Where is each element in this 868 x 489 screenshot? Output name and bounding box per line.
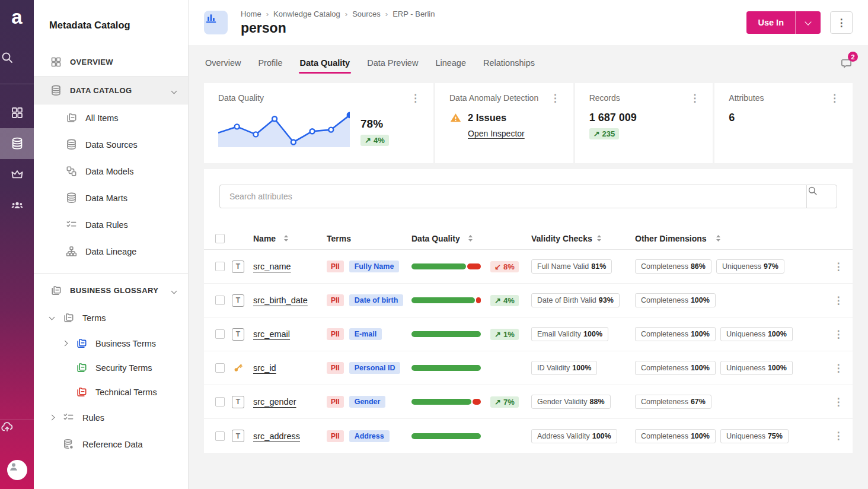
use-in-dropdown-button[interactable] <box>795 11 821 34</box>
card-kebab-icon[interactable]: ⋮ <box>408 93 423 103</box>
attribute-name-link[interactable]: src_gender <box>253 397 296 407</box>
tab-data-quality[interactable]: Data Quality <box>299 55 352 74</box>
tab-relationships[interactable]: Relationships <box>482 55 536 74</box>
chevron-right-icon[interactable] <box>50 415 62 420</box>
rail-search-button[interactable] <box>0 50 34 81</box>
search-icon <box>0 50 34 81</box>
sort-icon[interactable] <box>468 234 473 242</box>
row-kebab-icon[interactable]: ⋮ <box>834 431 844 441</box>
rail-grid-button[interactable] <box>0 97 34 128</box>
data-lineage-icon <box>65 245 78 258</box>
sort-icon[interactable] <box>283 234 289 242</box>
tab-data-preview[interactable]: Data Preview <box>366 55 419 74</box>
tab-profile[interactable]: Profile <box>257 55 283 74</box>
column-header-other-dimensions[interactable]: Other Dimensions <box>635 234 824 243</box>
card-kebab-icon[interactable]: ⋮ <box>687 93 702 103</box>
table-row: Tsrc_genderPIIGender↗7%Gender Validity88… <box>204 385 853 419</box>
select-all-checkbox[interactable] <box>215 234 225 243</box>
sort-icon[interactable] <box>596 234 602 242</box>
open-inspector-link[interactable]: Open Inspector <box>468 129 525 138</box>
search-input[interactable] <box>219 185 806 208</box>
sidebar-item-terms[interactable]: Terms <box>34 304 188 331</box>
sidebar-item-data-rules[interactable]: Data Rules <box>34 211 188 238</box>
sidebar-item-business-glossary[interactable]: BUSINESS GLOSSARY <box>34 276 188 304</box>
sort-icon[interactable] <box>716 234 721 242</box>
column-header-label: Terms <box>327 234 351 243</box>
rail-people-button[interactable] <box>0 190 34 221</box>
chevron-down-icon[interactable] <box>50 317 62 319</box>
sidebar-item-data-models[interactable]: Data Models <box>34 158 188 185</box>
term-badge[interactable]: Date of birth <box>349 294 404 306</box>
breadcrumb-link[interactable]: Sources <box>352 9 381 18</box>
sidebar-item-business-terms[interactable]: Business Terms <box>34 331 188 355</box>
tab-lineage[interactable]: Lineage <box>434 55 467 74</box>
row-kebab-icon[interactable]: ⋮ <box>834 363 844 373</box>
breadcrumb-link[interactable]: ERP - Berlin <box>392 9 435 18</box>
breadcrumb-link[interactable]: Konwledge Catalog <box>273 9 340 18</box>
sidebar-item-all-items[interactable]: All Items <box>34 104 188 131</box>
card-kebab-icon[interactable]: ⋮ <box>548 93 563 103</box>
sidebar-item-data-marts[interactable]: Data Marts <box>34 185 188 211</box>
row-kebab-icon[interactable]: ⋮ <box>834 329 844 339</box>
sidebar-item-rules[interactable]: Rules <box>34 404 188 431</box>
dimension-chip: Uniqueness100% <box>720 361 793 375</box>
row-checkbox[interactable] <box>215 397 225 407</box>
row-kebab-icon[interactable]: ⋮ <box>834 296 844 306</box>
column-header-data-quality[interactable]: Data Quality <box>411 234 531 243</box>
sidebar-item-label: Data Marts <box>85 193 127 203</box>
comments-count-badge: 2 <box>848 52 858 62</box>
trend-up-icon: ↗ <box>365 136 371 145</box>
more-actions-button[interactable]: ⋮ <box>830 11 853 34</box>
tab-overview[interactable]: Overview <box>204 55 242 74</box>
row-checkbox[interactable] <box>215 363 225 373</box>
sidebar-item-reference-data[interactable]: Reference Data <box>34 431 188 458</box>
chevron-down-icon[interactable] <box>172 285 176 296</box>
tabs: OverviewProfileData QualityData PreviewL… <box>204 55 551 74</box>
sidebar-item-overview[interactable]: OVERVIEW <box>34 47 188 76</box>
trend-badge: ↗4% <box>490 295 519 306</box>
column-header-validity-checks[interactable]: Validity Checks <box>531 234 635 243</box>
row-kebab-icon[interactable]: ⋮ <box>834 262 844 272</box>
chevron-right-icon[interactable] <box>63 341 75 345</box>
cloud-sync-button[interactable] <box>0 420 34 451</box>
sidebar-item-security-terms[interactable]: Security Terms <box>34 355 188 380</box>
attribute-name-link[interactable]: src_name <box>253 262 291 271</box>
comments-button[interactable]: 2 <box>840 56 853 72</box>
column-header-name[interactable]: Name <box>253 234 327 243</box>
attribute-name-link[interactable]: src_id <box>253 363 276 373</box>
validity-chip: ID Validity100% <box>531 361 597 375</box>
term-badge[interactable]: Gender <box>349 396 386 408</box>
user-avatar-button[interactable] <box>0 451 34 489</box>
rail-db-button[interactable] <box>0 128 34 159</box>
use-in-button[interactable]: Use In <box>746 11 795 34</box>
chevron-down-icon[interactable] <box>172 85 176 96</box>
row-kebab-icon[interactable]: ⋮ <box>834 397 844 407</box>
row-checkbox[interactable] <box>215 329 225 339</box>
row-checkbox[interactable] <box>215 296 225 305</box>
sidebar-divider <box>34 273 188 274</box>
sidebar-item-technical-terms[interactable]: Technical Terms <box>34 380 188 404</box>
term-badge[interactable]: Fully Name <box>349 261 400 272</box>
sidebar-item-data-sources[interactable]: Data Sources <box>34 131 188 158</box>
term-badge[interactable]: Address <box>349 430 390 442</box>
row-checkbox[interactable] <box>215 431 225 441</box>
trend-up-icon: ↗ <box>494 296 501 305</box>
attribute-name-link[interactable]: src_email <box>253 329 290 339</box>
card-kebab-icon[interactable]: ⋮ <box>827 93 842 103</box>
term-badge[interactable]: Personal ID <box>349 362 401 374</box>
attribute-name-link[interactable]: src_address <box>253 431 300 441</box>
text-type-icon: T <box>232 396 244 408</box>
pii-badge: PII <box>327 362 344 374</box>
attribute-name-link[interactable]: src_birth_date <box>253 296 308 305</box>
overview-icon <box>50 56 62 68</box>
dimension-chip: Completeness100% <box>635 327 716 341</box>
row-checkbox[interactable] <box>215 262 225 271</box>
term-badge[interactable]: E-mail <box>349 328 382 340</box>
search-button[interactable] <box>806 185 837 208</box>
rail-crown-button[interactable] <box>0 159 34 190</box>
brand-logo[interactable]: a <box>0 0 34 34</box>
sidebar-item-data-catalog[interactable]: DATA CATALOG <box>34 76 188 104</box>
breadcrumb-link[interactable]: Home <box>241 9 261 18</box>
data-quality-card: Data Quality ⋮ 78% ↗4% <box>204 83 433 163</box>
sidebar-item-data-lineage[interactable]: Data Lineage <box>34 238 188 265</box>
